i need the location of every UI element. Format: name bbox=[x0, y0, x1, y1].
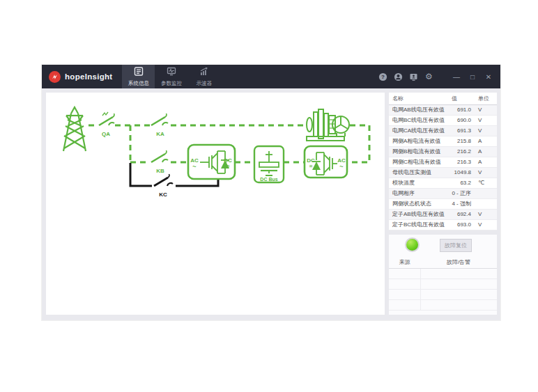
switch-qa bbox=[99, 112, 114, 125]
value-row: 母线电压实测值1049.8V bbox=[389, 167, 497, 178]
value-cell-name: 定子BC线电压有效值 bbox=[389, 219, 449, 230]
dc-bus: DC Bus bbox=[254, 146, 284, 182]
app-window: hopeInsight 系统信息 参数监控 bbox=[42, 65, 500, 320]
value-cell-name: 母线电压实测值 bbox=[389, 167, 449, 178]
fault-row bbox=[389, 268, 497, 279]
content-area: QA KA KB bbox=[42, 88, 500, 320]
value-cell-unit: V bbox=[472, 219, 497, 230]
svg-text:?: ? bbox=[381, 74, 385, 80]
converter-dcac: DC = AC ~ bbox=[305, 146, 347, 178]
title-bar: hopeInsight 系统信息 参数监控 bbox=[42, 65, 500, 88]
crowbar-line bbox=[130, 163, 218, 186]
value-cell-value: 693.0 bbox=[449, 219, 472, 230]
tab-label: 参数监控 bbox=[161, 80, 182, 87]
switch-kc bbox=[154, 174, 173, 186]
value-row: 网侧B相电流有效值216.2A bbox=[389, 146, 497, 157]
values-table: 名称 值 单位 电网AB线电压有效值691.0V电网BC线电压有效值690.0V… bbox=[389, 93, 497, 230]
tab-parameter-monitor[interactable]: 参数监控 bbox=[155, 65, 187, 88]
values-header-row: 名称 值 单位 bbox=[389, 93, 497, 104]
grid-tower-icon bbox=[63, 107, 86, 151]
value-row: 模块温度63.2℃ bbox=[389, 178, 497, 188]
value-cell-value: 216.3 bbox=[449, 157, 472, 167]
fault-row bbox=[389, 299, 497, 310]
settings-gear-icon[interactable]: ⚙ bbox=[424, 72, 433, 81]
value-cell-value: 0 - 正序 bbox=[449, 188, 472, 198]
fault-cell bbox=[420, 289, 497, 299]
value-cell-value: 691.3 bbox=[449, 125, 472, 136]
value-cell-value: 692.4 bbox=[449, 209, 472, 219]
value-cell-value: 216.2 bbox=[449, 146, 472, 157]
ac-wave-symbol: ~ bbox=[192, 163, 196, 170]
fault-cell bbox=[420, 268, 497, 279]
fault-header-row: 来源 故障/告警 bbox=[389, 257, 497, 268]
igbt-symbol bbox=[312, 152, 337, 175]
fault-table: 来源 故障/告警 bbox=[389, 257, 497, 311]
fault-row bbox=[389, 279, 497, 289]
fault-cell bbox=[389, 279, 420, 289]
right-panel: 名称 值 单位 电网AB线电压有效值691.0V电网BC线电压有效值690.0V… bbox=[389, 93, 497, 315]
value-row: 电网CA线电压有效值691.3V bbox=[389, 125, 497, 136]
value-row: 电网BC线电压有效值690.0V bbox=[389, 115, 497, 125]
app-logo: hopeInsight bbox=[42, 65, 122, 88]
value-cell-value: 1049.8 bbox=[449, 167, 472, 178]
tab-system-info[interactable]: 系统信息 bbox=[122, 65, 155, 88]
fault-cell bbox=[389, 299, 420, 310]
value-cell-unit bbox=[472, 188, 497, 198]
fault-cell bbox=[420, 299, 497, 310]
value-row: 电网AB线电压有效值691.0V bbox=[389, 104, 497, 115]
value-row: 网侧A相电流有效值215.8A bbox=[389, 136, 497, 146]
value-cell-name: 电网BC线电压有效值 bbox=[389, 115, 449, 125]
switch-ka-label: KA bbox=[156, 131, 164, 137]
value-cell-unit: V bbox=[472, 167, 497, 178]
help-icon[interactable]: ? bbox=[378, 72, 387, 81]
fault-reset-button[interactable]: 故障复位 bbox=[440, 239, 472, 252]
titlebar-right: ? ⚙ — □ ✕ bbox=[378, 65, 500, 88]
circuit-canvas: QA KA KB bbox=[46, 93, 385, 315]
value-cell-value: 690.0 bbox=[449, 115, 472, 125]
value-cell-name: 网侧C相电流有效值 bbox=[389, 157, 449, 167]
col-value: 值 bbox=[449, 93, 472, 104]
user-icon[interactable] bbox=[394, 72, 403, 81]
values-table-body: 电网AB线电压有效值691.0V电网BC线电压有效值690.0V电网CA线电压有… bbox=[389, 104, 497, 230]
system-info-icon bbox=[134, 66, 144, 79]
converter-acdc: AC ~ DC = bbox=[188, 145, 235, 179]
col-unit: 单位 bbox=[472, 93, 497, 104]
fault-table-body bbox=[389, 268, 497, 310]
close-button[interactable]: ✕ bbox=[484, 73, 493, 81]
value-cell-unit bbox=[472, 198, 497, 209]
col-name: 名称 bbox=[389, 93, 449, 104]
value-cell-unit: V bbox=[472, 115, 497, 125]
igbt-symbol bbox=[200, 151, 229, 173]
value-cell-name: 模块温度 bbox=[389, 178, 449, 188]
minimize-button[interactable]: — bbox=[452, 73, 461, 81]
value-cell-value: 215.8 bbox=[449, 136, 472, 146]
switch-kb-label: KB bbox=[156, 168, 164, 174]
fault-cell bbox=[389, 268, 420, 279]
value-cell-unit: V bbox=[472, 104, 497, 115]
col-fault: 故障/告警 bbox=[420, 257, 497, 268]
switch-kc-label: KC bbox=[159, 191, 167, 198]
app-title: hopeInsight bbox=[65, 72, 112, 81]
remote-monitor-icon[interactable] bbox=[409, 72, 418, 81]
fault-panel: 故障复位 来源 故障/告警 bbox=[389, 235, 497, 315]
value-cell-unit: ℃ bbox=[472, 178, 497, 188]
fault-cell bbox=[420, 279, 497, 289]
value-cell-value: 691.0 bbox=[449, 104, 472, 115]
value-cell-value: 4 - 强制 bbox=[449, 198, 472, 209]
value-cell-unit: A bbox=[472, 157, 497, 167]
value-cell-name: 定子AB线电压有效值 bbox=[389, 209, 449, 219]
switch-ka bbox=[151, 113, 168, 125]
value-row: 定子BC线电压有效值693.0V bbox=[389, 219, 497, 230]
switch-qa-label: QA bbox=[102, 131, 110, 137]
tab-label: 系统信息 bbox=[128, 80, 149, 87]
tab-oscilloscope[interactable]: 示波器 bbox=[187, 65, 220, 88]
value-cell-name: 电网CA线电压有效值 bbox=[389, 125, 449, 136]
maximize-button[interactable]: □ bbox=[468, 73, 477, 81]
col-source: 来源 bbox=[389, 257, 420, 268]
status-lamp bbox=[405, 237, 420, 252]
generator-icon bbox=[307, 109, 349, 141]
value-cell-name: 电网AB线电压有效值 bbox=[389, 104, 449, 115]
fault-cell bbox=[389, 289, 420, 299]
value-row: 网侧状态机状态4 - 强制 bbox=[389, 198, 497, 209]
brand-icon bbox=[49, 71, 61, 83]
